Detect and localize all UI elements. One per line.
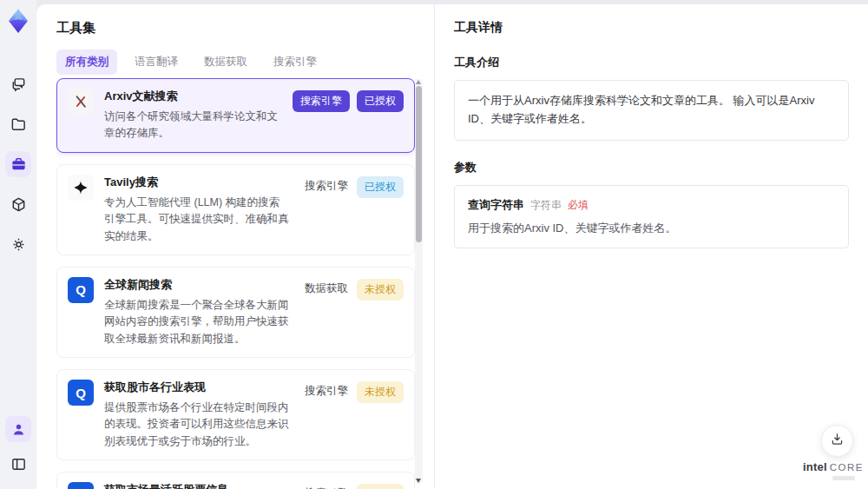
category-label: 搜索引擎 [303, 484, 350, 489]
tab-all-categories[interactable]: 所有类别 [56, 50, 117, 75]
status-badge: 已授权 [357, 90, 404, 112]
tool-card-tavily[interactable]: Tavily搜索 专为人工智能代理 (LLM) 构建的搜索引擎工具。可快速提供实… [56, 164, 415, 255]
tavily-star-icon [68, 175, 94, 201]
params-section-title: 参数 [454, 160, 849, 175]
category-badge: 搜索引擎 [293, 90, 350, 112]
param-name: 查询字符串 [468, 197, 524, 213]
sidebar-bottom [5, 416, 31, 477]
tool-list: Arxiv文献搜索 访问各个研究领域大量科学论文和文章的存储库。 搜索引擎 已授… [56, 78, 415, 489]
app-logo [4, 7, 32, 35]
tool-name: 全球新闻搜索 [104, 277, 289, 293]
tool-list-panel: 工具集 所有类别 语言翻译 数据获取 搜索引擎 Arxiv文献搜索 访问各个研究… [36, 4, 434, 489]
tool-description: 全球新闻搜索是一个聚合全球各大新闻网站内容的搜索引擎，帮助用户快速获取全球最新资… [104, 297, 289, 347]
param-required-badge: 必填 [568, 198, 589, 213]
tool-card-global-news[interactable]: Q 全球新闻搜索 全球新闻搜索是一个聚合全球各大新闻网站内容的搜索引擎，帮助用户… [56, 267, 415, 358]
scroll-down-arrow[interactable] [416, 479, 421, 483]
tab-language-translation[interactable]: 语言翻译 [126, 50, 187, 75]
tool-card-arxiv[interactable]: Arxiv文献搜索 访问各个研究领域大量科学论文和文章的存储库。 搜索引擎 已授… [56, 78, 415, 153]
list-scrollbar[interactable] [415, 79, 423, 484]
main-surface: 工具集 所有类别 语言翻译 数据获取 搜索引擎 Arxiv文献搜索 访问各个研究… [36, 4, 868, 489]
intel-core-sub-mark [832, 476, 855, 480]
status-badge: 未授权 [357, 381, 404, 403]
sidebar-item-settings[interactable] [5, 231, 31, 257]
panel-toggle-icon [10, 456, 27, 472]
scroll-up-arrow[interactable] [416, 80, 421, 84]
status-badge: 已授权 [357, 176, 404, 198]
intro-box: 一个用于从Arxiv存储库搜索科学论文和文章的工具。 输入可以是Arxiv ID… [454, 80, 849, 141]
user-icon [11, 422, 26, 437]
param-description: 用于搜索的Arxiv ID、关键字或作者姓名。 [468, 221, 835, 236]
core-logo-text: CORE [830, 462, 864, 472]
download-button[interactable] [821, 425, 853, 457]
folder-icon [10, 116, 27, 133]
cube-icon [10, 196, 27, 213]
tool-name: 获取市场最活跃股票信息 [104, 482, 289, 489]
tab-search-engine[interactable]: 搜索引擎 [265, 50, 326, 75]
q-logo-icon: Q [68, 482, 94, 489]
tool-description: 专为人工智能代理 (LLM) 构建的搜索引擎工具。可快速提供实时、准确和真实的结… [104, 195, 289, 245]
tool-description: 提供股票市场各个行业在特定时间段内的表现。投资者可以利用这些信息来识别表现优于或… [104, 400, 289, 450]
tool-card-active-stocks[interactable]: Q 获取市场最活跃股票信息 提供当天交易量最高的股票列表，投资者可以利用这些信息… [56, 472, 415, 489]
sidebar-item-packages[interactable] [5, 191, 31, 217]
q-logo-icon: Q [68, 380, 94, 406]
sidebar-item-folder[interactable] [5, 111, 31, 137]
tool-card-sector-performance[interactable]: Q 获取股市各行业表现 提供股票市场各个行业在特定时间段内的表现。投资者可以利用… [56, 369, 415, 460]
tool-detail-panel: 工具详情 工具介绍 一个用于从Arxiv存储库搜索科学论文和文章的工具。 输入可… [434, 4, 868, 489]
intel-core-logo: intelCORE [803, 459, 857, 480]
intro-text: 一个用于从Arxiv存储库搜索科学论文和文章的工具。 输入可以是Arxiv ID… [468, 92, 835, 129]
status-badge: 未授权 [357, 279, 404, 301]
download-icon [830, 432, 845, 450]
param-box: 查询字符串 字符串 必填 用于搜索的Arxiv ID、关键字或作者姓名。 [454, 185, 849, 248]
q-logo-icon: Q [68, 277, 94, 303]
category-label: 搜索引擎 [303, 176, 350, 196]
tool-name: 获取股市各行业表现 [104, 380, 289, 395]
sidebar-nav [5, 71, 31, 257]
gear-icon [10, 236, 27, 253]
detail-title: 工具详情 [454, 20, 849, 36]
tool-name: Arxiv文献搜索 [104, 89, 279, 104]
chat-icon [10, 76, 27, 93]
sidebar-item-user[interactable] [5, 416, 31, 442]
briefcase-icon [10, 156, 27, 173]
tab-data-acquisition[interactable]: 数据获取 [195, 50, 256, 75]
tool-name: Tavily搜索 [104, 175, 289, 190]
category-label: 搜索引擎 [303, 381, 350, 401]
page-title: 工具集 [56, 20, 95, 36]
sidebar-item-panel-toggle[interactable] [5, 451, 31, 477]
sidebar-item-tools[interactable] [5, 151, 31, 177]
sidebar-rail [0, 0, 36, 489]
status-badge: 未授权 [357, 484, 404, 489]
param-type: 字符串 [530, 198, 562, 213]
intel-logo-text: intel [803, 460, 827, 473]
intro-section-title: 工具介绍 [454, 55, 849, 70]
category-label: 数据获取 [303, 279, 350, 299]
arxiv-logo-icon [68, 89, 94, 115]
scrollbar-thumb[interactable] [416, 86, 422, 242]
category-tabs: 所有类别 语言翻译 数据获取 搜索引擎 [56, 50, 326, 75]
tool-description: 访问各个研究领域大量科学论文和文章的存储库。 [104, 109, 279, 142]
sidebar-item-chat[interactable] [5, 71, 31, 97]
